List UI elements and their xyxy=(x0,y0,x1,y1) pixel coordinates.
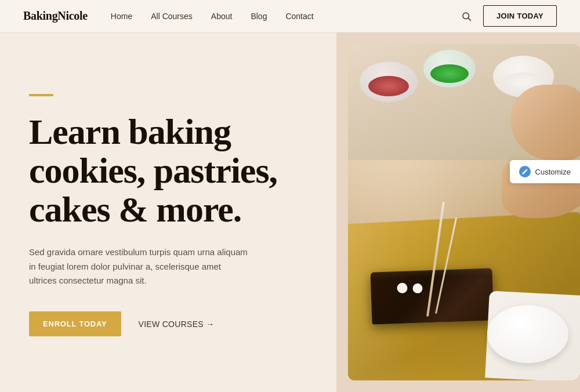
hero-title: Learn baking cookies, pastries, cakes & … xyxy=(29,112,313,229)
hero-image-section: Customize xyxy=(336,32,580,392)
bowl-green xyxy=(423,50,476,88)
svg-line-1 xyxy=(468,18,470,20)
site-logo[interactable]: BakingNicole xyxy=(23,9,88,23)
search-button[interactable] xyxy=(461,11,472,21)
customize-button[interactable]: Customize xyxy=(510,160,580,183)
join-button[interactable]: JOIN TODAY xyxy=(483,5,557,27)
pencil-icon xyxy=(521,168,528,175)
hands xyxy=(493,79,580,230)
cta-row: ENROLL TODAY VIEW COURSES → xyxy=(29,311,313,336)
white-plate xyxy=(487,305,568,363)
hero-image xyxy=(348,44,580,380)
site-header: BakingNicole Home All Courses About Blog… xyxy=(0,0,580,32)
brownie-dot-2 xyxy=(412,284,423,294)
view-courses-link[interactable]: VIEW COURSES → xyxy=(139,320,215,329)
hero-section: Learn baking cookies, pastries, cakes & … xyxy=(0,32,336,392)
nav-item-all-courses[interactable]: All Courses xyxy=(151,12,193,21)
header-left: BakingNicole Home All Courses About Blog… xyxy=(23,9,314,23)
accent-line xyxy=(29,94,53,96)
main-content: Learn baking cookies, pastries, cakes & … xyxy=(0,32,580,392)
nav-item-blog[interactable]: Blog xyxy=(251,12,267,21)
customize-icon xyxy=(519,166,531,177)
bowl-red xyxy=(360,61,418,102)
nav-item-about[interactable]: About xyxy=(211,12,233,21)
baking-photo xyxy=(348,44,580,380)
nav-item-home[interactable]: Home xyxy=(111,12,132,21)
header-right: JOIN TODAY xyxy=(461,5,557,27)
main-nav: Home All Courses About Blog Contact xyxy=(111,12,314,21)
enroll-button[interactable]: ENROLL TODAY xyxy=(29,311,121,336)
hero-subtitle: Sed gravida ornare vestibulum turpis qua… xyxy=(29,245,249,288)
customize-label: Customize xyxy=(535,168,571,176)
search-icon xyxy=(461,11,472,21)
nav-item-contact[interactable]: Contact xyxy=(285,12,313,21)
hand-upper xyxy=(510,85,580,160)
brownie-dot-1 xyxy=(397,282,408,293)
